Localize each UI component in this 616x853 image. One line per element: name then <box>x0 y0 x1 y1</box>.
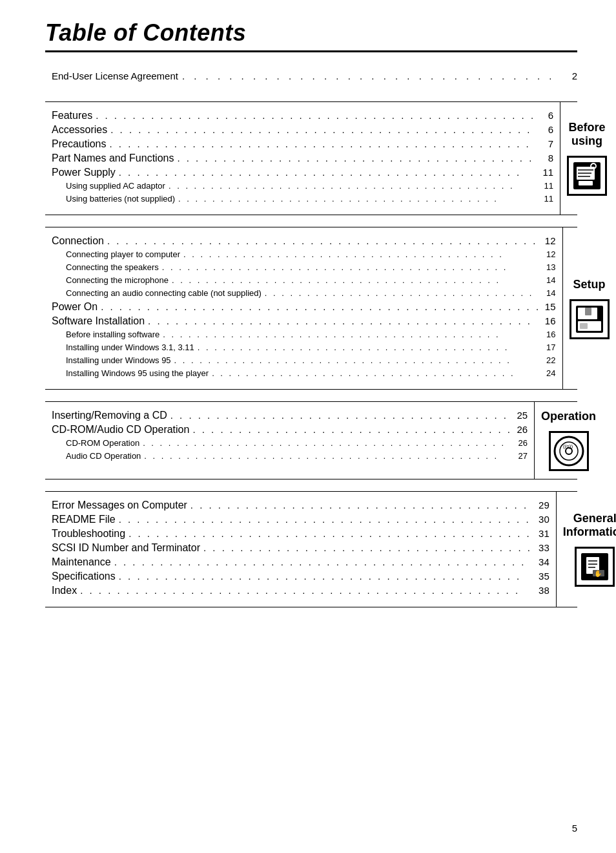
toc-page-num: 33 <box>533 542 549 553</box>
section-block-before-using: Features. . . . . . . . . . . . . . . . … <box>45 101 577 215</box>
page-title: Table of Contents <box>45 19 577 47</box>
section-content-operation: Inserting/Removing a CD. . . . . . . . .… <box>45 402 535 479</box>
toc-entry-text: README File <box>52 514 116 525</box>
svg-rect-2 <box>579 181 593 185</box>
toc-page-num: 12 <box>540 235 556 246</box>
section-label: GeneralInformation <box>563 512 616 539</box>
toc-row: Connection. . . . . . . . . . . . . . . … <box>52 235 556 247</box>
floppy-icon <box>575 304 604 334</box>
toc-dots: . . . . . . . . . . . . . . . . . . . . … <box>162 262 538 272</box>
toc-page-num: 11 <box>537 194 553 204</box>
svg-rect-9 <box>585 308 591 315</box>
toc-row: Troubleshooting. . . . . . . . . . . . .… <box>52 528 549 540</box>
toc-page-num: 11 <box>537 181 553 191</box>
toc-row: Using batteries (not supplied). . . . . … <box>52 194 553 205</box>
toc-dots: . . . . . . . . . . . . . . . . . . . . … <box>114 556 531 567</box>
toc-entry-text: Power On <box>52 301 98 313</box>
toc-row: README File. . . . . . . . . . . . . . .… <box>52 514 549 526</box>
toc-entry-text: SCSI ID Number and Terminator <box>52 542 200 554</box>
toc-entry-text: Troubleshooting <box>52 528 125 540</box>
svg-rect-11 <box>580 323 588 329</box>
toc-dots: . . . . . . . . . . . . . . . . . . . . … <box>169 181 535 191</box>
toc-row: Audio CD Operation. . . . . . . . . . . … <box>52 451 528 462</box>
toc-entry-text: Power Supply <box>52 167 116 178</box>
toc-dots: . . . . . . . . . . . . . . . . . . . . … <box>198 342 538 352</box>
toc-dots: . . . . . . . . . . . . . . . . . . . . … <box>170 410 509 421</box>
section-label: Operation <box>541 410 596 423</box>
toc-page-num: 38 <box>533 585 549 596</box>
toc-entry-text: Installing under Windows 3.1, 3.11 <box>66 342 194 352</box>
toc-row: Software Installation. . . . . . . . . .… <box>52 315 556 328</box>
camera-icon <box>572 161 602 191</box>
toc-dots: . . . . . . . . . . . . . . . . . . . . … <box>212 368 537 378</box>
toc-entry-text: Installing under Windows 95 <box>66 355 171 365</box>
toc-entry-text: Index <box>52 585 77 596</box>
toc-row: Using supplied AC adaptor. . . . . . . .… <box>52 181 553 192</box>
sections-area: Features. . . . . . . . . . . . . . . . … <box>45 101 577 619</box>
toc-row: CD-ROM/Audio CD Operation. . . . . . . .… <box>52 424 528 436</box>
toc-row: Inserting/Removing a CD. . . . . . . . .… <box>52 410 528 422</box>
svg-text:✋: ✋ <box>594 569 602 578</box>
toc-page-num: 35 <box>533 571 549 582</box>
toc-entry-text: Connecting player to computer <box>66 249 180 259</box>
toc-entry-text: Using batteries (not supplied) <box>66 194 175 204</box>
toc-page-num: 26 <box>511 438 528 448</box>
toc-row: Connecting the speakers. . . . . . . . .… <box>52 262 556 273</box>
toc-entry-text: CD-ROM Operation <box>66 438 139 448</box>
toc-entry-text: Error Messages on Computer <box>52 500 187 511</box>
toc-dots: . . . . . . . . . . . . . . . . . . . . … <box>96 110 535 121</box>
license-row: End-User License Agreement 2 <box>45 70 577 83</box>
toc-page-num: 16 <box>540 330 556 339</box>
toc-entry-text: Connecting an audio connecting cable (no… <box>66 288 262 298</box>
toc-row: Index. . . . . . . . . . . . . . . . . .… <box>52 585 549 597</box>
cd-icon: ((o)) <box>553 435 585 467</box>
toc-row: Power On. . . . . . . . . . . . . . . . … <box>52 301 556 313</box>
toc-entry-text: Precautions <box>52 138 107 150</box>
toc-page-num: 14 <box>540 275 556 285</box>
toc-page-num: 6 <box>537 110 553 121</box>
section-sidebar-setup: Setup <box>563 227 616 389</box>
toc-page-num: 8 <box>537 153 553 163</box>
toc-row: Precautions. . . . . . . . . . . . . . .… <box>52 138 553 151</box>
toc-row: CD-ROM Operation. . . . . . . . . . . . … <box>52 438 528 449</box>
toc-page-num: 26 <box>511 424 528 435</box>
section-label-line1: General <box>573 512 616 525</box>
toc-entry-text: Maintenance <box>52 556 111 568</box>
toc-dots: . . . . . . . . . . . . . . . . . . . . … <box>110 124 535 135</box>
toc-row: SCSI ID Number and Terminator. . . . . .… <box>52 542 549 554</box>
section-block-setup: Connection. . . . . . . . . . . . . . . … <box>45 227 577 390</box>
svg-point-12 <box>555 437 583 465</box>
toc-row: Specifications. . . . . . . . . . . . . … <box>52 571 549 583</box>
svg-text:((o)): ((o)) <box>563 443 573 449</box>
toc-dots: . . . . . . . . . . . . . . . . . . . . … <box>119 571 531 582</box>
toc-dots: . . . . . . . . . . . . . . . . . . . . … <box>101 301 537 312</box>
toc-page-num: 16 <box>540 315 556 326</box>
section-label-line2: Information <box>563 525 616 538</box>
toc-page-num: 30 <box>533 514 549 525</box>
toc-row: Installing under Windows 3.1, 3.11. . . … <box>52 342 556 353</box>
toc-entry-text: Software Installation <box>52 315 145 327</box>
section-sidebar-operation: Operation ((o)) <box>535 402 602 479</box>
toc-dots: . . . . . . . . . . . . . . . . . . . . … <box>144 451 509 461</box>
toc-dots: . . . . . . . . . . . . . . . . . . . . … <box>143 438 509 448</box>
toc-page-num: 12 <box>540 249 556 259</box>
toc-dots: . . . . . . . . . . . . . . . . . . . . … <box>190 500 531 511</box>
toc-entry-text: Connection <box>52 235 104 247</box>
section-block-general: Error Messages on Computer. . . . . . . … <box>45 491 577 607</box>
toc-page-num: 34 <box>533 556 549 567</box>
toc-page-num: 14 <box>540 288 556 298</box>
toc-dots: . . . . . . . . . . . . . . . . . . . . … <box>163 330 537 339</box>
section-content-setup: Connection. . . . . . . . . . . . . . . … <box>45 227 563 389</box>
toc-dots: . . . . . . . . . . . . . . . . . . . . … <box>203 542 531 553</box>
toc-entry-text: Part Names and Functions <box>52 153 174 164</box>
toc-entry-text: Using supplied AC adaptor <box>66 181 165 191</box>
section-sidebar-before-using: Before using <box>560 102 613 215</box>
toc-page-num: 22 <box>540 355 556 365</box>
section-content-before-using: Features. . . . . . . . . . . . . . . . … <box>45 102 560 215</box>
toc-entry-text: Installing Windows 95 using the player <box>66 368 209 378</box>
page-container: Table of Contents End-User License Agree… <box>0 0 616 853</box>
license-text: End-User License Agreement <box>52 70 178 81</box>
toc-page-num: 7 <box>537 138 553 149</box>
toc-dots: . . . . . . . . . . . . . . . . . . . . … <box>192 424 509 435</box>
toc-row: Error Messages on Computer. . . . . . . … <box>52 500 549 512</box>
